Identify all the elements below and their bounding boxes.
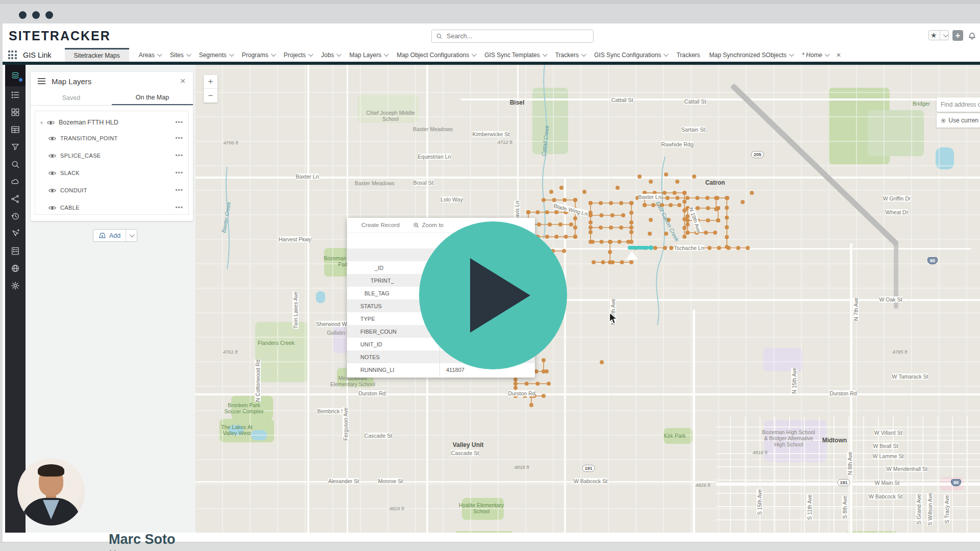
close-icon[interactable]: ✕ [180, 77, 186, 85]
tab-saved[interactable]: Saved [31, 90, 112, 105]
search-input[interactable] [446, 32, 589, 40]
add-layer-main[interactable]: Add [93, 230, 126, 241]
create-record-button[interactable]: Create Record [361, 222, 400, 228]
rail-list-icon[interactable] [5, 86, 26, 104]
map-label: Lolo Way [440, 196, 462, 203]
row-menu-icon[interactable]: ••• [175, 204, 183, 211]
nav-item-gis-sync-templates[interactable]: GIS Sync Templates [480, 48, 551, 62]
window-dot-1[interactable] [19, 11, 27, 19]
map-label: Bosal St [413, 180, 433, 186]
nav-item-label: Jobs [321, 52, 334, 59]
video-play-button[interactable] [419, 221, 567, 369]
rail-filter-icon[interactable] [5, 138, 26, 156]
layer-label: TRANSITION_POINT [60, 135, 118, 141]
map-label: Baxter Ln [639, 194, 662, 200]
map-label: Durston Rd [829, 390, 856, 396]
app-name[interactable]: GIS Link [23, 48, 52, 62]
nav-item-sites[interactable]: Sites [165, 48, 194, 62]
map-canvas[interactable]: BiselCatronMidtownValley UnitSouth Centr… [195, 65, 980, 533]
map-label: W Tamarack St [892, 373, 928, 380]
rail-cursor-add-icon[interactable] [5, 225, 26, 242]
window-dot-3[interactable] [45, 11, 53, 19]
rail-settings-icon[interactable] [5, 277, 26, 294]
map-label: W Beall St [873, 443, 898, 449]
rail-search-icon[interactable] [5, 156, 26, 173]
row-menu-icon[interactable]: ••• [175, 152, 183, 159]
zoom-in-button[interactable]: + [204, 75, 217, 89]
layer-label: CABLE [60, 205, 80, 211]
row-menu-icon[interactable]: ••• [175, 187, 183, 194]
row-menu-icon[interactable]: ••• [175, 119, 183, 126]
zoom-out-button[interactable]: − [204, 89, 217, 103]
map-label: W Oak St [879, 296, 902, 303]
nav-item-trackers[interactable]: Trackers [672, 48, 704, 62]
layer-row-conduit[interactable]: CONDUIT ••• [35, 182, 188, 199]
rail-apps-grid-icon[interactable] [5, 104, 26, 121]
add-layer-dropdown[interactable] [126, 230, 137, 241]
selected-cable-endpoint[interactable] [649, 245, 653, 250]
chevron-down-icon [157, 52, 162, 57]
use-current-location-button[interactable]: Use curren [937, 113, 980, 128]
window-dot-2[interactable] [32, 11, 40, 19]
visibility-eye-icon[interactable] [48, 205, 56, 211]
highway-shield: 205 [751, 151, 764, 158]
rail-cloud-icon[interactable] [5, 173, 26, 190]
nav-item-map-object-configurations[interactable]: Map Object Configurations [392, 48, 480, 62]
tab-on-the-map[interactable]: On the Map [112, 90, 193, 105]
row-menu-icon[interactable]: ••• [175, 169, 183, 177]
nav-item-label: Map Object Configurations [397, 52, 469, 59]
nav-item-map-layers[interactable]: Map Layers [345, 48, 392, 62]
nav-item-label: Map Layers [349, 52, 381, 59]
notifications-button[interactable] [966, 30, 977, 40]
selected-cable-segment[interactable] [628, 246, 649, 249]
layer-row-transition_point[interactable]: TRANSITION_POINT ••• [35, 130, 188, 147]
tab-sitetracker-maps[interactable]: Sitetracker Maps [65, 48, 129, 62]
tab-close-icon[interactable]: ✕ [833, 48, 844, 62]
map-label: 4785 ft [892, 349, 907, 355]
find-address-input[interactable]: Find address or p [937, 97, 980, 112]
nav-item-gis-sync-configurations[interactable]: GIS Sync Configurations [590, 48, 672, 62]
nav-item--home[interactable]: * Home [797, 48, 833, 62]
nav-item-areas[interactable]: Areas [134, 48, 165, 62]
nav-item-label: Projects [284, 52, 306, 59]
mouse-cursor [608, 312, 619, 324]
layer-row-cable[interactable]: CABLE ••• [35, 199, 188, 216]
nav-item-jobs[interactable]: Jobs [316, 48, 345, 62]
nav-item-projects[interactable]: Projects [279, 48, 316, 62]
nav-item-programs[interactable]: Programs [237, 48, 279, 62]
nav-item-segments[interactable]: Segments [194, 48, 237, 62]
add-new-button[interactable]: + [952, 30, 963, 41]
app-launcher-button[interactable] [3, 48, 22, 62]
nav-item-trackers[interactable]: Trackers [551, 48, 590, 62]
nav-item-label: Areas [139, 52, 155, 59]
presenter-avatar [17, 458, 85, 533]
locate-icon [941, 117, 946, 124]
row-menu-icon[interactable]: ••• [175, 135, 183, 142]
favorites-button[interactable]: ★ [928, 30, 949, 40]
chevron-down-icon [825, 52, 830, 57]
visibility-eye-icon[interactable] [48, 188, 56, 193]
map-layers-card: Map Layers ✕ Saved On the Map ▿ Bozeman … [31, 72, 193, 221]
rail-map-layers-icon[interactable] [5, 65, 26, 86]
visibility-eye-icon[interactable] [48, 153, 56, 159]
add-layer-button[interactable]: Add [93, 229, 137, 242]
layer-row-slack[interactable]: SLACK ••• [35, 164, 188, 182]
visibility-eye-icon[interactable] [47, 120, 55, 126]
global-search[interactable] [431, 30, 594, 43]
visibility-eye-icon[interactable] [48, 170, 56, 176]
layer-group-row[interactable]: ▿ Bozeman FTTH HLD ••• [35, 115, 188, 130]
nav-item-map-synchronized-sobjects[interactable]: Map Synchronized SObjects [705, 48, 797, 62]
visibility-eye-icon[interactable] [48, 136, 56, 141]
rail-network-icon[interactable] [5, 190, 26, 208]
layer-row-splice_case[interactable]: SPLICE_CASE ••• [35, 147, 188, 164]
rail-globe-icon[interactable] [5, 260, 26, 277]
add-layer-icon [99, 232, 106, 239]
map-label: W Griffin Dr [883, 195, 911, 202]
fiber-network-layer[interactable] [195, 65, 980, 533]
rail-table-icon[interactable] [5, 121, 26, 138]
rail-history-icon[interactable] [5, 208, 26, 225]
collapse-caret-icon[interactable]: ▿ [40, 120, 43, 126]
menu-icon[interactable] [38, 78, 45, 84]
zoom-to-button[interactable]: Zoom to [413, 222, 444, 229]
rail-report-icon[interactable] [5, 242, 26, 260]
